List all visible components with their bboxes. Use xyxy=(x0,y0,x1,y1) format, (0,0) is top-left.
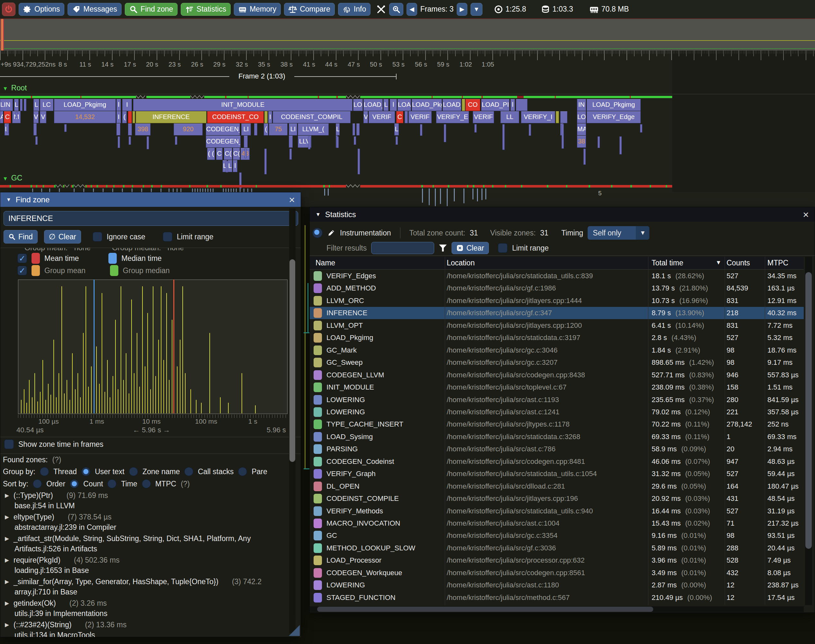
group-mean-checkbox[interactable]: ✓ xyxy=(17,266,27,275)
timeline-zone[interactable]: VERIFY_Edge xyxy=(587,111,641,123)
gc-event-tick[interactable] xyxy=(447,189,448,206)
timeline-zone[interactable] xyxy=(244,136,248,148)
stats-table-row[interactable]: TYPE_CACHE_INSERT/home/kristofferc/julia… xyxy=(310,418,804,431)
timeline-zone[interactable] xyxy=(289,136,293,148)
timeline-zone[interactable]: L xyxy=(34,99,39,111)
stats-table-row[interactable]: LOAD_Processor/home/kristofferc/julia/sr… xyxy=(310,554,804,566)
memory-button[interactable]: Memory xyxy=(234,3,281,16)
timeline-zone[interactable] xyxy=(264,111,268,123)
find-zone-button[interactable]: Find zone xyxy=(125,3,178,16)
timeline-zone[interactable]: MA xyxy=(577,124,586,135)
find-zone-search-input[interactable]: INFERENCE xyxy=(3,211,298,226)
timeline-zone[interactable]: LC xyxy=(40,99,54,111)
found-zone-entry[interactable]: ▶getindex(Ok)(2) 3.26 ms xyxy=(5,599,288,608)
sort-by-radio-count[interactable] xyxy=(70,479,79,488)
gc-event-tick[interactable] xyxy=(485,189,486,199)
fz-scrollbar-thumb[interactable] xyxy=(290,259,295,462)
compare-button[interactable]: Compare xyxy=(284,3,335,16)
timeline-zone[interactable]: V xyxy=(40,111,46,123)
info-button[interactable]: Info xyxy=(338,3,371,16)
stats-table-row[interactable]: LOAD_Pkgimg/home/kristofferc/julia/src/s… xyxy=(310,332,804,344)
mean-time-checkbox[interactable]: ✓ xyxy=(17,253,27,263)
view-position-marker[interactable] xyxy=(1,19,4,51)
stats-table-row[interactable]: GC/home/kristofferc/julia/src/gc.c:33549… xyxy=(310,529,804,542)
timeline-zone[interactable] xyxy=(462,99,465,111)
timeline-zone[interactable]: LOAD_I xyxy=(443,99,461,111)
frame-dropdown-button[interactable]: ▼ xyxy=(470,3,483,16)
options-button[interactable]: Options xyxy=(18,3,64,16)
next-frame-button[interactable]: ▶ xyxy=(457,3,467,16)
timeline-zone[interactable]: LOAD_Pkgimg xyxy=(54,99,116,111)
timeline-zone[interactable]: IN xyxy=(577,99,586,111)
timeline-zone[interactable] xyxy=(133,111,135,123)
stats-table-row[interactable]: LOWERING/home/kristofferc/julia/src/ast.… xyxy=(310,394,804,406)
timeline-zone[interactable]: VERIF xyxy=(473,111,494,123)
timeline-zone[interactable]: LOAD_Pkgi xyxy=(412,99,442,111)
timeline-zone[interactable]: ( xyxy=(122,111,127,123)
stats-limit-range-checkbox[interactable] xyxy=(498,243,507,253)
timeline-zone[interactable]: LLVM_( xyxy=(298,124,329,135)
stats-table-row[interactable]: GC_Mark/home/kristofferc/julia/src/gc.c:… xyxy=(310,344,804,356)
timeline-zone[interactable] xyxy=(516,99,527,111)
stats-table-row[interactable]: LOAD_Sysimg/home/kristofferc/julia/src/s… xyxy=(310,431,804,443)
found-zone-entry[interactable]: ▶require(PkgId)(4) 502.36 ms xyxy=(5,556,288,564)
timeline-zone[interactable] xyxy=(24,99,26,111)
timeline-zone[interactable]: V xyxy=(34,111,38,123)
timeline-zone[interactable]: 14,532 xyxy=(54,111,116,123)
group-by-radio-zone-name[interactable] xyxy=(129,467,138,476)
timeline-zone[interactable]: CODEINST_COMPIL xyxy=(273,111,351,123)
timeline-zone[interactable]: L xyxy=(228,160,232,172)
stats-table-row[interactable]: LLVM_OPT/home/kristofferc/julia/src/jitl… xyxy=(310,319,804,332)
timeline-zone[interactable] xyxy=(404,111,408,123)
help-icon[interactable]: (?) xyxy=(181,480,190,488)
column-header-total-time[interactable]: Total time xyxy=(652,259,683,267)
timeline-zone[interactable] xyxy=(20,99,23,111)
timeline-zone[interactable]: C( xyxy=(233,148,240,160)
column-header-mtpc[interactable]: MTPC xyxy=(768,259,788,267)
statistics-titlebar[interactable]: ▼ Statistics × xyxy=(310,207,815,222)
timeline-zone[interactable] xyxy=(356,124,360,135)
stats-table-row[interactable]: INIT_MODULE/home/kristofferc/julia/src/t… xyxy=(310,381,804,393)
timeline-zone[interactable] xyxy=(34,124,37,135)
timeline-zone[interactable]: LI xyxy=(241,124,251,135)
timeline-zone[interactable]: VERIFY_I xyxy=(521,111,555,123)
timeline-zone[interactable]: CODEGEN_L xyxy=(206,136,241,148)
timeline-zone[interactable]: LOAD_IN xyxy=(363,99,383,111)
filter-input[interactable] xyxy=(371,242,434,254)
gc-event-tick[interactable] xyxy=(429,189,430,205)
timeline-zone[interactable]: I xyxy=(268,111,272,123)
timeline-zone[interactable]: INFERENCE xyxy=(136,111,207,123)
column-header-name[interactable]: Name xyxy=(316,259,335,267)
stats-table-row[interactable]: CODEGEN_LLVM/home/kristofferc/julia/src/… xyxy=(310,369,804,381)
timing-dropdown[interactable]: Self only ▼ xyxy=(588,226,650,240)
timeline-zone[interactable]: 38 xyxy=(577,136,586,148)
stats-table-row[interactable]: VERIFY_Graph/home/kristofferc/julia/src/… xyxy=(310,468,804,480)
timeline-zone[interactable]: I xyxy=(122,99,132,111)
timeline-zone[interactable]: I xyxy=(116,111,121,123)
timeline-zone[interactable]: V( xyxy=(363,111,368,123)
group-by-radio-user-text[interactable] xyxy=(81,467,90,476)
stats-table-row[interactable]: GC_Sweep/home/kristofferc/julia/src/gc.c… xyxy=(310,356,804,369)
gc-event-tick[interactable] xyxy=(440,189,441,204)
group-by-radio-pare[interactable] xyxy=(238,467,247,476)
timeline-zone[interactable]: LOL( xyxy=(353,99,363,111)
group-by-radio-thread[interactable] xyxy=(40,467,49,476)
timeline-zone[interactable] xyxy=(560,111,567,123)
timeline-zone[interactable]: LOAD_PI xyxy=(481,99,509,111)
gc-section-header[interactable]: ▼GC xyxy=(3,174,22,182)
timeline-zone[interactable]: CO xyxy=(466,99,480,111)
timeline-zone[interactable]: CODEINST_CO xyxy=(207,111,264,123)
stats-table-row[interactable]: CODEGEN_Workqueue/home/kristofferc/julia… xyxy=(310,567,804,579)
funnel-icon[interactable] xyxy=(439,244,447,252)
timeline-zone[interactable] xyxy=(254,124,257,135)
tools-icon[interactable] xyxy=(376,5,386,14)
close-icon[interactable]: × xyxy=(289,195,295,205)
gc-event-tick[interactable] xyxy=(472,189,473,199)
timeline-zone[interactable]: l xyxy=(233,160,237,172)
messages-button[interactable]: Messages xyxy=(67,3,122,16)
timeline-zone[interactable]: VERIF xyxy=(369,111,395,123)
timeline-zone[interactable]: LI xyxy=(289,124,297,135)
find-button[interactable]: Find xyxy=(3,230,38,244)
fz-limit-range-checkbox[interactable] xyxy=(163,232,172,242)
timeline-zone[interactable]: A xyxy=(0,111,3,123)
